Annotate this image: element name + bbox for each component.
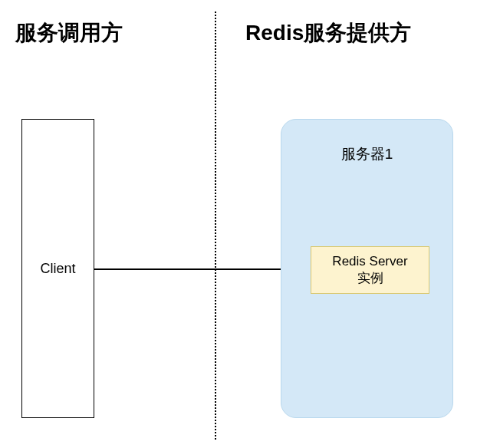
server-title: 服务器1 xyxy=(281,144,452,164)
redis-instance-box: Redis Server 实例 xyxy=(311,246,429,294)
server-container: 服务器1 Redis Server 实例 xyxy=(281,119,453,418)
vertical-divider xyxy=(215,12,216,440)
client-box: Client xyxy=(21,119,94,418)
redis-label-line1: Redis Server xyxy=(332,253,407,270)
header-client-side: 服务调用方 xyxy=(15,18,123,48)
redis-label-line2: 实例 xyxy=(357,270,383,287)
arrow-client-to-server xyxy=(94,268,310,270)
client-label: Client xyxy=(40,261,75,277)
header-provider-side: Redis服务提供方 xyxy=(245,18,411,48)
